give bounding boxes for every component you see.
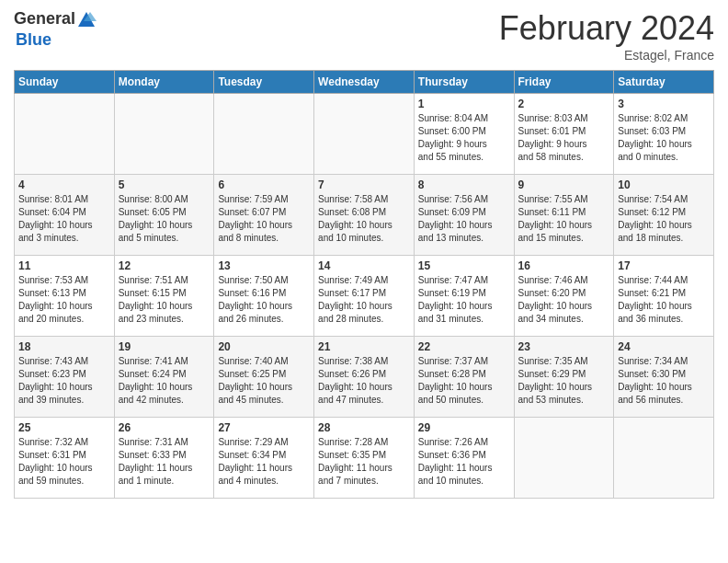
day-number: 13 xyxy=(218,259,310,272)
day-number: 7 xyxy=(318,178,410,191)
calendar-cell: 26Sunrise: 7:31 AMSunset: 6:33 PMDayligh… xyxy=(114,418,214,499)
day-number: 29 xyxy=(418,421,510,434)
header-row: SundayMondayTuesdayWednesdayThursdayFrid… xyxy=(15,71,714,94)
day-number: 20 xyxy=(218,340,310,353)
day-number: 25 xyxy=(18,421,110,434)
logo-general: General xyxy=(14,9,75,28)
logo-blue: Blue xyxy=(16,30,51,49)
logo-icon xyxy=(76,10,97,30)
day-info: Sunrise: 7:34 AMSunset: 6:30 PMDaylight:… xyxy=(618,355,710,407)
day-number: 23 xyxy=(518,340,610,353)
header-wednesday: Wednesday xyxy=(314,71,415,94)
day-number: 27 xyxy=(218,421,310,434)
calendar-cell: 14Sunrise: 7:49 AMSunset: 6:17 PMDayligh… xyxy=(314,256,415,337)
day-number: 26 xyxy=(119,421,210,434)
day-number: 8 xyxy=(418,178,510,191)
week-row-3: 18Sunrise: 7:43 AMSunset: 6:23 PMDayligh… xyxy=(15,337,714,418)
logo-text: General Blue xyxy=(14,9,97,50)
day-number: 24 xyxy=(618,340,710,353)
day-number: 21 xyxy=(318,340,410,353)
header-monday: Monday xyxy=(114,71,214,94)
calendar-cell xyxy=(614,418,714,499)
calendar-cell xyxy=(15,94,115,175)
month-title: February 2024 xyxy=(499,9,714,48)
day-number: 18 xyxy=(18,340,110,353)
day-number: 15 xyxy=(418,259,510,272)
header-sunday: Sunday xyxy=(15,71,115,94)
day-number: 3 xyxy=(618,98,710,110)
day-info: Sunrise: 7:49 AMSunset: 6:17 PMDaylight:… xyxy=(318,274,410,326)
day-info: Sunrise: 7:41 AMSunset: 6:24 PMDaylight:… xyxy=(119,355,210,407)
calendar-cell: 24Sunrise: 7:34 AMSunset: 6:30 PMDayligh… xyxy=(614,337,714,418)
calendar-cell: 2Sunrise: 8:03 AMSunset: 6:01 PMDaylight… xyxy=(514,94,614,175)
day-number: 19 xyxy=(119,340,210,353)
week-row-0: 1Sunrise: 8:04 AMSunset: 6:00 PMDaylight… xyxy=(15,94,714,175)
day-info: Sunrise: 7:31 AMSunset: 6:33 PMDaylight:… xyxy=(119,436,210,488)
day-info: Sunrise: 7:40 AMSunset: 6:25 PMDaylight:… xyxy=(218,355,310,407)
day-info: Sunrise: 8:03 AMSunset: 6:01 PMDaylight:… xyxy=(518,112,610,164)
week-row-1: 4Sunrise: 8:01 AMSunset: 6:04 PMDaylight… xyxy=(15,175,714,256)
day-info: Sunrise: 7:53 AMSunset: 6:13 PMDaylight:… xyxy=(18,274,110,326)
calendar-cell xyxy=(214,94,314,175)
day-info: Sunrise: 7:35 AMSunset: 6:29 PMDaylight:… xyxy=(518,355,610,407)
calendar-cell: 29Sunrise: 7:26 AMSunset: 6:36 PMDayligh… xyxy=(414,418,514,499)
day-number: 14 xyxy=(318,259,410,272)
logo: General Blue xyxy=(14,9,97,50)
day-info: Sunrise: 7:28 AMSunset: 6:35 PMDaylight:… xyxy=(318,436,410,488)
title-block: February 2024 Estagel, France xyxy=(499,9,714,63)
day-info: Sunrise: 7:38 AMSunset: 6:26 PMDaylight:… xyxy=(318,355,410,407)
header-friday: Friday xyxy=(514,71,614,94)
day-number: 11 xyxy=(18,259,110,272)
calendar-cell: 8Sunrise: 7:56 AMSunset: 6:09 PMDaylight… xyxy=(414,175,514,256)
day-info: Sunrise: 8:04 AMSunset: 6:00 PMDaylight:… xyxy=(418,112,510,164)
day-info: Sunrise: 8:00 AMSunset: 6:05 PMDaylight:… xyxy=(119,193,210,245)
calendar-body: 1Sunrise: 8:04 AMSunset: 6:00 PMDaylight… xyxy=(15,94,714,499)
calendar-cell: 15Sunrise: 7:47 AMSunset: 6:19 PMDayligh… xyxy=(414,256,514,337)
header-thursday: Thursday xyxy=(414,71,514,94)
header-saturday: Saturday xyxy=(614,71,714,94)
day-info: Sunrise: 7:51 AMSunset: 6:15 PMDaylight:… xyxy=(119,274,210,326)
day-info: Sunrise: 7:46 AMSunset: 6:20 PMDaylight:… xyxy=(518,274,610,326)
calendar-cell xyxy=(314,94,415,175)
day-info: Sunrise: 7:50 AMSunset: 6:16 PMDaylight:… xyxy=(218,274,310,326)
day-info: Sunrise: 7:56 AMSunset: 6:09 PMDaylight:… xyxy=(418,193,510,245)
calendar-cell: 28Sunrise: 7:28 AMSunset: 6:35 PMDayligh… xyxy=(314,418,415,499)
calendar-cell: 12Sunrise: 7:51 AMSunset: 6:15 PMDayligh… xyxy=(114,256,214,337)
location-title: Estagel, France xyxy=(499,48,714,63)
week-row-4: 25Sunrise: 7:32 AMSunset: 6:31 PMDayligh… xyxy=(15,418,714,499)
calendar-cell xyxy=(114,94,214,175)
calendar-cell: 13Sunrise: 7:50 AMSunset: 6:16 PMDayligh… xyxy=(214,256,314,337)
day-info: Sunrise: 8:01 AMSunset: 6:04 PMDaylight:… xyxy=(18,193,110,245)
day-info: Sunrise: 7:43 AMSunset: 6:23 PMDaylight:… xyxy=(18,355,110,407)
page-header: General Blue February 2024 Estagel, Fran… xyxy=(14,9,714,63)
day-number: 10 xyxy=(618,178,710,191)
day-number: 6 xyxy=(218,178,310,191)
calendar-cell: 27Sunrise: 7:29 AMSunset: 6:34 PMDayligh… xyxy=(214,418,314,499)
calendar-cell: 11Sunrise: 7:53 AMSunset: 6:13 PMDayligh… xyxy=(15,256,115,337)
calendar-cell: 3Sunrise: 8:02 AMSunset: 6:03 PMDaylight… xyxy=(614,94,714,175)
day-info: Sunrise: 7:55 AMSunset: 6:11 PMDaylight:… xyxy=(518,193,610,245)
calendar-cell: 22Sunrise: 7:37 AMSunset: 6:28 PMDayligh… xyxy=(414,337,514,418)
day-number: 1 xyxy=(418,98,510,110)
calendar-cell: 10Sunrise: 7:54 AMSunset: 6:12 PMDayligh… xyxy=(614,175,714,256)
calendar-cell: 17Sunrise: 7:44 AMSunset: 6:21 PMDayligh… xyxy=(614,256,714,337)
week-row-2: 11Sunrise: 7:53 AMSunset: 6:13 PMDayligh… xyxy=(15,256,714,337)
day-info: Sunrise: 7:32 AMSunset: 6:31 PMDaylight:… xyxy=(18,436,110,488)
calendar-header: SundayMondayTuesdayWednesdayThursdayFrid… xyxy=(15,71,714,94)
day-info: Sunrise: 7:44 AMSunset: 6:21 PMDaylight:… xyxy=(618,274,710,326)
day-number: 22 xyxy=(418,340,510,353)
calendar-cell: 23Sunrise: 7:35 AMSunset: 6:29 PMDayligh… xyxy=(514,337,614,418)
day-number: 4 xyxy=(18,178,110,191)
day-number: 2 xyxy=(518,98,610,110)
calendar-cell: 4Sunrise: 8:01 AMSunset: 6:04 PMDaylight… xyxy=(15,175,115,256)
calendar-cell: 1Sunrise: 8:04 AMSunset: 6:00 PMDaylight… xyxy=(414,94,514,175)
day-number: 16 xyxy=(518,259,610,272)
calendar-cell: 21Sunrise: 7:38 AMSunset: 6:26 PMDayligh… xyxy=(314,337,415,418)
calendar-table: SundayMondayTuesdayWednesdayThursdayFrid… xyxy=(14,70,714,499)
calendar-cell: 5Sunrise: 8:00 AMSunset: 6:05 PMDaylight… xyxy=(114,175,214,256)
calendar-cell: 20Sunrise: 7:40 AMSunset: 6:25 PMDayligh… xyxy=(214,337,314,418)
calendar-cell: 18Sunrise: 7:43 AMSunset: 6:23 PMDayligh… xyxy=(15,337,115,418)
calendar-cell: 19Sunrise: 7:41 AMSunset: 6:24 PMDayligh… xyxy=(114,337,214,418)
day-number: 5 xyxy=(119,178,210,191)
day-info: Sunrise: 7:59 AMSunset: 6:07 PMDaylight:… xyxy=(218,193,310,245)
